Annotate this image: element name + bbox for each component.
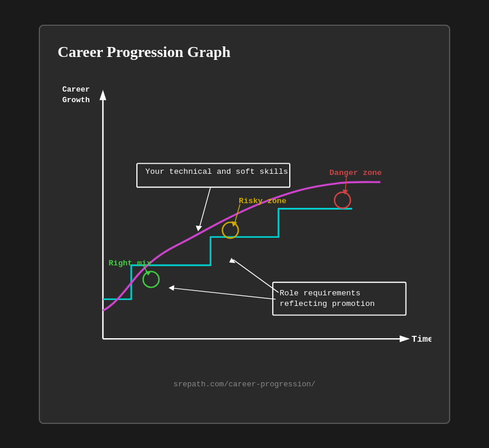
svg-text:Danger zone: Danger zone	[330, 168, 382, 177]
card: Career Progression Graph CareerGrowth Ti…	[39, 25, 450, 424]
svg-marker-20	[196, 225, 202, 231]
svg-line-26	[171, 288, 276, 299]
svg-text:Time: Time	[411, 334, 431, 344]
chart-svg: Time Right mix Risky zone	[58, 67, 431, 396]
svg-text:Your technical and soft skills: Your technical and soft skills	[145, 167, 288, 176]
svg-marker-1	[99, 90, 106, 100]
svg-text:Risky zone: Risky zone	[239, 196, 286, 205]
svg-text:reflecting promotion: reflecting promotion	[280, 299, 375, 308]
footer-url: srepath.com/career-progression/	[58, 380, 431, 389]
svg-point-9	[222, 222, 238, 238]
svg-text:Right mix: Right mix	[109, 258, 152, 267]
svg-line-19	[199, 187, 210, 228]
chart-area: CareerGrowth Time Right mix	[58, 67, 431, 396]
svg-text:Role requirements: Role requirements	[280, 288, 361, 297]
svg-marker-27	[169, 285, 175, 291]
chart-title: Career Progression Graph	[58, 43, 431, 61]
svg-marker-3	[400, 335, 410, 342]
svg-rect-21	[273, 282, 406, 315]
svg-line-24	[233, 260, 279, 292]
svg-point-13	[334, 192, 350, 208]
svg-line-15	[346, 176, 347, 191]
svg-point-5	[143, 271, 159, 287]
